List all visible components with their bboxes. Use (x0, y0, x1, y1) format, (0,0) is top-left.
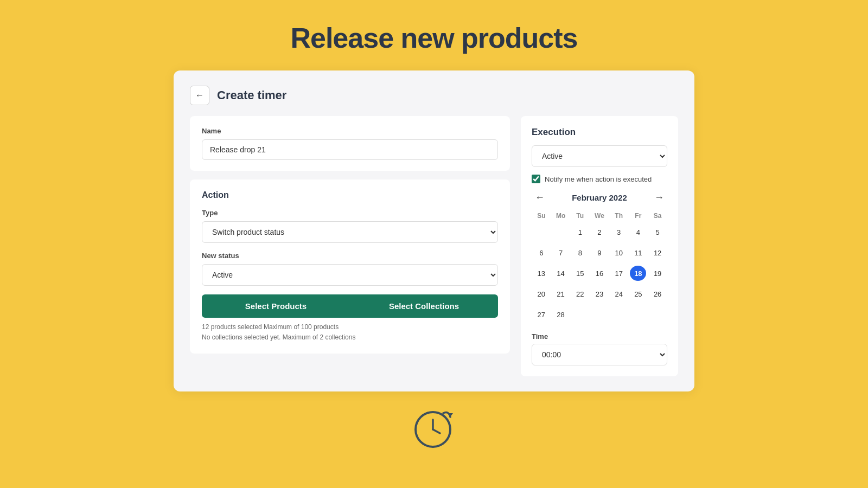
calendar-day-cell[interactable]: 22 (570, 284, 590, 304)
calendar-day-cell[interactable]: 19 (648, 263, 667, 284)
calendar-day[interactable]: 16 (591, 266, 608, 281)
calendar-day-cell[interactable]: 17 (609, 263, 629, 284)
calendar-day[interactable]: 13 (533, 266, 550, 281)
select-products-button[interactable]: Select Products (202, 294, 350, 318)
svg-line-2 (433, 429, 440, 433)
calendar-day[interactable]: 28 (553, 307, 569, 322)
name-section: Name (190, 116, 510, 171)
time-select[interactable]: 00:00 (532, 344, 667, 365)
type-select[interactable]: Switch product status Schedule price cha… (202, 221, 498, 243)
calendar-day-cell[interactable]: 9 (590, 242, 609, 263)
day-header-sa: Sa (648, 210, 667, 222)
calendar-day[interactable]: 9 (591, 245, 608, 260)
svg-marker-3 (448, 413, 453, 417)
calendar-day[interactable]: 21 (553, 286, 569, 301)
calendar-prev-button[interactable]: ← (532, 191, 548, 204)
calendar-today[interactable]: 18 (630, 266, 646, 281)
day-header-fr: Fr (629, 210, 648, 222)
calendar-day[interactable]: 22 (572, 286, 588, 301)
collections-help: No collections selected yet. Maximum of … (202, 332, 498, 343)
calendar-day[interactable]: 7 (553, 245, 569, 260)
calendar-day[interactable]: 19 (649, 266, 666, 281)
calendar-day-cell[interactable]: 2 (590, 222, 609, 242)
calendar-day[interactable]: 24 (611, 286, 627, 301)
page-title: Release new products (290, 22, 577, 54)
calendar-grid: Su Mo Tu We Th Fr Sa 1234567891011121314… (532, 210, 667, 325)
calendar-day-cell (629, 304, 648, 325)
calendar-day-cell (551, 222, 571, 242)
calendar-day[interactable]: 23 (591, 286, 608, 301)
day-header-tu: Tu (570, 210, 590, 222)
calendar-day[interactable]: 4 (630, 224, 646, 240)
new-status-label: New status (202, 252, 498, 260)
calendar-day[interactable]: 3 (611, 224, 627, 240)
day-header-th: Th (609, 210, 629, 222)
calendar-week-row: 20212223242526 (532, 284, 667, 304)
calendar-day-cell[interactable]: 1 (570, 222, 590, 242)
time-section: Time 00:00 (532, 332, 667, 365)
execution-status-select[interactable]: Active Inactive (532, 145, 667, 167)
calendar-day-cell[interactable]: 27 (532, 304, 551, 325)
calendar-day-cell[interactable]: 21 (551, 284, 571, 304)
name-input[interactable] (202, 139, 498, 160)
day-header-su: Su (532, 210, 551, 222)
right-panel: Execution Active Inactive Notify me when… (521, 116, 678, 376)
calendar-day-cell[interactable]: 13 (532, 263, 551, 284)
calendar-day[interactable]: 20 (533, 286, 550, 301)
calendar-day-cell[interactable]: 16 (590, 263, 609, 284)
calendar-day-cell[interactable]: 28 (551, 304, 571, 325)
notify-row: Notify me when action is executed (532, 175, 667, 183)
calendar-day[interactable]: 1 (572, 224, 588, 240)
calendar-day[interactable]: 10 (611, 245, 627, 260)
day-header-we: We (590, 210, 609, 222)
calendar-day-cell[interactable]: 14 (551, 263, 571, 284)
calendar-next-button[interactable]: → (651, 191, 667, 204)
calendar-day[interactable]: 25 (630, 286, 646, 301)
calendar-day-cell[interactable]: 24 (609, 284, 629, 304)
calendar-day-cell[interactable]: 20 (532, 284, 551, 304)
clock-icon-container (410, 402, 458, 451)
calendar-day[interactable]: 15 (572, 266, 588, 281)
calendar-day-cell[interactable]: 12 (648, 242, 667, 263)
calendar-day-cell[interactable]: 7 (551, 242, 571, 263)
card-title: Create timer (217, 88, 286, 102)
calendar-day[interactable]: 11 (630, 245, 646, 260)
calendar-day[interactable]: 17 (611, 266, 627, 281)
action-title: Action (202, 190, 498, 200)
back-button[interactable]: ← (190, 86, 209, 105)
calendar-day[interactable]: 2 (591, 224, 608, 240)
calendar-day[interactable]: 8 (572, 245, 588, 260)
calendar-day-cell[interactable]: 8 (570, 242, 590, 263)
clock-icon (410, 402, 458, 451)
notify-checkbox[interactable] (532, 175, 540, 183)
select-collections-button[interactable]: Select Collections (350, 294, 498, 318)
calendar-day[interactable]: 26 (649, 286, 666, 301)
new-status-select[interactable]: Active Draft (202, 264, 498, 286)
main-card: ← Create timer Name Action Type Switch p… (174, 70, 694, 391)
calendar-day[interactable]: 6 (533, 245, 550, 260)
calendar-week-row: 6789101112 (532, 242, 667, 263)
calendar-day-cell[interactable]: 11 (629, 242, 648, 263)
products-help: 12 products selected Maximum of 100 prod… (202, 322, 498, 332)
calendar-day[interactable]: 12 (649, 245, 666, 260)
calendar-day[interactable]: 27 (533, 307, 550, 322)
calendar-day-cell[interactable]: 18 (629, 263, 648, 284)
calendar-day-cell[interactable]: 6 (532, 242, 551, 263)
help-text: 12 products selected Maximum of 100 prod… (202, 322, 498, 343)
action-section: Action Type Switch product status Schedu… (190, 179, 510, 354)
calendar-day-cell (570, 304, 590, 325)
calendar-day[interactable]: 5 (649, 224, 666, 240)
calendar-day-cell[interactable]: 25 (629, 284, 648, 304)
calendar-day-cell (532, 222, 551, 242)
calendar-day-cell[interactable]: 26 (648, 284, 667, 304)
calendar-day[interactable]: 14 (553, 266, 569, 281)
calendar-week-row: 2728 (532, 304, 667, 325)
name-label: Name (202, 127, 498, 135)
calendar-day-cell[interactable]: 10 (609, 242, 629, 263)
calendar-week-row: 12345 (532, 222, 667, 242)
calendar-day-cell[interactable]: 23 (590, 284, 609, 304)
calendar-day-cell[interactable]: 5 (648, 222, 667, 242)
calendar-day-cell[interactable]: 15 (570, 263, 590, 284)
calendar-day-cell[interactable]: 4 (629, 222, 648, 242)
calendar-day-cell[interactable]: 3 (609, 222, 629, 242)
